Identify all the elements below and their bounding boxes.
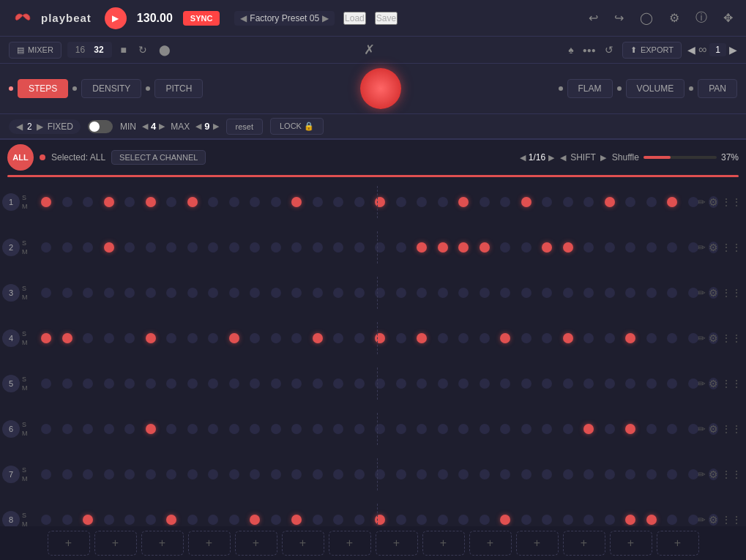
beat-dot-3-26[interactable]: [583, 288, 594, 298]
add-channel-btn-8[interactable]: +: [422, 531, 465, 556]
settings-icon-btn[interactable]: ◯: [635, 8, 657, 28]
beat-dot-7-7[interactable]: [187, 469, 198, 479]
beat-dot-8-0[interactable]: [41, 515, 51, 525]
randomize-icon-btn[interactable]: ■: [118, 41, 130, 59]
beat-dot-5-5[interactable]: [146, 378, 156, 389]
mute-btn-7[interactable]: M: [22, 475, 38, 482]
beat-dot-1-20[interactable]: [458, 197, 469, 207]
preset-next-arrow[interactable]: ▶: [322, 13, 329, 23]
beat-dot-5-15[interactable]: [354, 378, 365, 389]
beat-dot-1-23[interactable]: [521, 197, 531, 207]
beat-dot-1-2[interactable]: [83, 197, 93, 207]
beat-dot-7-26[interactable]: [583, 469, 594, 479]
beat-dot-3-5[interactable]: [146, 288, 156, 298]
beat-dot-2-29[interactable]: [646, 242, 657, 253]
beat-dot-4-25[interactable]: [563, 333, 573, 343]
beat-dot-3-21[interactable]: [480, 288, 490, 298]
beat-dot-6-15[interactable]: [354, 424, 365, 434]
beat-dot-3-0[interactable]: [41, 288, 51, 298]
add-channel-btn-0[interactable]: +: [48, 531, 90, 556]
beat-dot-2-15[interactable]: [354, 242, 365, 253]
mute-btn-5[interactable]: M: [22, 384, 38, 392]
beat-dot-1-21[interactable]: [480, 197, 490, 207]
lock-button[interactable]: LOCK 🔒: [270, 118, 324, 135]
beat-dot-6-28[interactable]: [625, 424, 635, 434]
beat-dot-4-12[interactable]: [291, 333, 302, 343]
beat-dot-4-15[interactable]: [354, 333, 365, 343]
beat-dot-7-31[interactable]: [688, 469, 698, 479]
dots-icon-5[interactable]: ⋮⋮: [721, 378, 742, 389]
beat-dot-8-8[interactable]: [208, 515, 218, 525]
beat-dot-3-28[interactable]: [625, 288, 635, 298]
dots-icon-3[interactable]: ⋮⋮: [721, 287, 742, 299]
beat-dot-3-19[interactable]: [438, 288, 448, 298]
mixer-button[interactable]: ▤ MIXER: [9, 42, 61, 59]
dots-icon-4[interactable]: ⋮⋮: [721, 332, 742, 344]
beat-dot-6-24[interactable]: [542, 424, 552, 434]
beat-dot-2-31[interactable]: [688, 242, 698, 253]
beat-dot-2-9[interactable]: [229, 242, 239, 253]
beat-dot-3-7[interactable]: [187, 288, 198, 298]
beat-dot-6-26[interactable]: [583, 424, 594, 434]
beat-dot-8-26[interactable]: [583, 515, 594, 525]
beat-dot-5-26[interactable]: [583, 378, 594, 389]
mute-btn-2[interactable]: M: [22, 248, 38, 255]
add-channel-btn-5[interactable]: +: [282, 531, 324, 556]
beat-dot-2-16[interactable]: [375, 242, 385, 253]
shuffle-bar-container[interactable]: [644, 156, 717, 159]
beat-dot-3-3[interactable]: [104, 288, 114, 298]
fixed-prev[interactable]: ◀: [16, 122, 23, 132]
add-channel-btn-3[interactable]: +: [188, 531, 231, 556]
beat-dot-1-15[interactable]: [354, 197, 365, 207]
beat-dot-4-9[interactable]: [229, 333, 239, 343]
beat-dot-6-16[interactable]: [375, 424, 385, 434]
dots-icon-6[interactable]: ⋮⋮: [721, 423, 742, 435]
beat-dot-1-26[interactable]: [583, 197, 594, 207]
reset-button[interactable]: reset: [226, 119, 263, 135]
beat-dot-5-24[interactable]: [542, 378, 552, 389]
beat-dot-2-8[interactable]: [208, 242, 218, 253]
add-channel-btn-4[interactable]: +: [235, 531, 277, 556]
beat-dot-8-3[interactable]: [104, 515, 114, 525]
beat-dot-7-5[interactable]: [146, 469, 156, 479]
beat-dot-2-25[interactable]: [563, 242, 573, 253]
beat-dot-4-2[interactable]: [83, 333, 93, 343]
pan-param-btn[interactable]: PAN: [698, 79, 737, 98]
all-button[interactable]: ALL: [7, 144, 34, 171]
beat-dot-3-31[interactable]: [688, 288, 698, 298]
expand-button[interactable]: ✥: [719, 8, 737, 28]
add-channel-btn-10[interactable]: +: [516, 531, 559, 556]
add-channel-btn-6[interactable]: +: [329, 531, 371, 556]
beat-dot-7-18[interactable]: [417, 469, 427, 479]
beat-dot-6-12[interactable]: [291, 424, 302, 434]
beat-dot-2-2[interactable]: [83, 242, 93, 253]
beat-dot-6-27[interactable]: [605, 424, 615, 434]
beat-dot-3-10[interactable]: [250, 288, 260, 298]
add-channel-btn-1[interactable]: +: [94, 531, 137, 556]
gear-button[interactable]: ⚙: [665, 8, 684, 28]
flam-param-btn[interactable]: FLAM: [567, 79, 613, 98]
beat-dot-3-1[interactable]: [62, 288, 72, 298]
beat-dot-3-8[interactable]: [208, 288, 218, 298]
fixed-next[interactable]: ▶: [37, 122, 43, 132]
settings-icon-2[interactable]: ⚙: [709, 242, 718, 253]
beat-dot-6-23[interactable]: [521, 424, 531, 434]
beat-dot-1-9[interactable]: [229, 197, 239, 207]
beat-dot-5-1[interactable]: [62, 378, 72, 389]
beat-dot-2-12[interactable]: [291, 242, 302, 253]
beat-dot-6-22[interactable]: [500, 424, 510, 434]
beat-dot-4-13[interactable]: [313, 333, 323, 343]
beat-dot-5-31[interactable]: [688, 378, 698, 389]
add-channel-btn-11[interactable]: +: [563, 531, 605, 556]
beat-dot-7-9[interactable]: [229, 469, 239, 479]
beat-dot-2-24[interactable]: [542, 242, 552, 253]
beat-dot-8-7[interactable]: [187, 515, 198, 525]
beat-dot-2-14[interactable]: [333, 242, 343, 253]
beat-dot-8-12[interactable]: [291, 515, 302, 525]
add-channel-btn-12[interactable]: +: [610, 531, 652, 556]
preset-prev-arrow[interactable]: ◀: [240, 13, 247, 23]
refresh-icon-btn[interactable]: ↺: [602, 41, 616, 59]
beat-dot-5-12[interactable]: [291, 378, 302, 389]
row-num-btn-5[interactable]: 5: [2, 375, 20, 392]
beat-dot-3-24[interactable]: [542, 288, 552, 298]
